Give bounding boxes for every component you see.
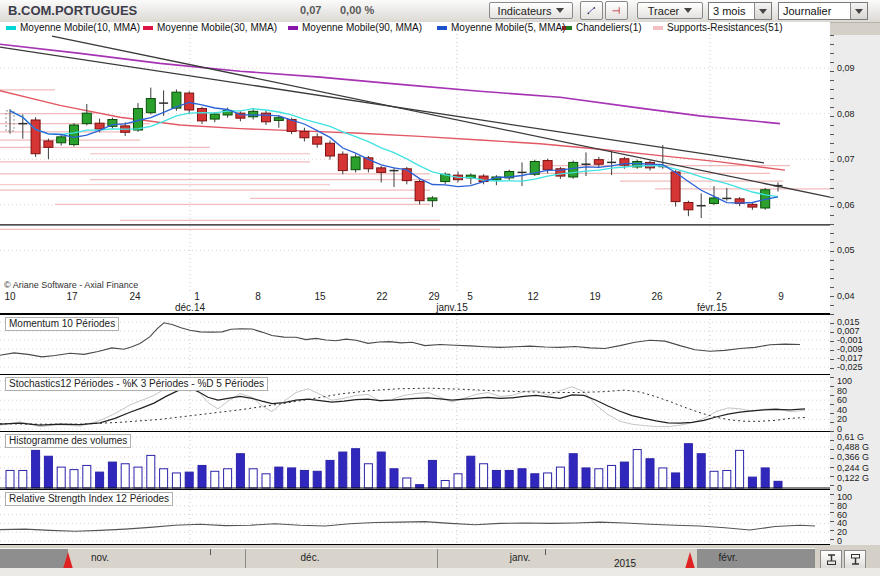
panel-down-icon <box>849 553 862 566</box>
axis-label: 0,244 G <box>837 463 869 473</box>
date-tick-label: 9 <box>778 291 784 302</box>
value-axis-column: 0,090,080,070,060,050,040,0150,007-0,001… <box>830 35 880 545</box>
rsi-panel-title: Relative Strength Index 12 Périodes <box>5 492 173 506</box>
axis-label: 0 <box>837 536 842 546</box>
legend-color-marker <box>437 26 447 30</box>
status-strip <box>0 568 880 576</box>
volume-panel-title: Histogramme des volumes <box>5 434 131 448</box>
legend-item[interactable]: Supports-Resistances(51) <box>653 22 783 33</box>
date-tick-label: 19 <box>589 291 600 302</box>
trendline-tool-button[interactable] <box>580 1 603 20</box>
toolbar: B.COM.PORTUGUES 0,07 0,00 % Indicateurs … <box>0 0 880 23</box>
legend-item-label: Moyenne Mobile(5, MMA) <box>451 22 565 33</box>
legend-item[interactable]: Chandeliers(1) <box>562 22 642 33</box>
legend-color-marker <box>288 26 298 30</box>
date-tick-label: 15 <box>314 291 325 302</box>
axis-label: 0,04 <box>837 291 855 301</box>
trendline-icon <box>587 3 596 18</box>
timeline-range-marker[interactable] <box>685 552 695 569</box>
legend-item[interactable]: Moyenne Mobile(5, MMA) <box>437 22 565 33</box>
timeline-month-label: févr. <box>719 552 738 563</box>
horizontal-line-icon <box>612 3 621 18</box>
date-tick-label: 5 <box>467 291 473 302</box>
timeline-scrollbar[interactable]: nov.déc.janv.févr.2015 <box>0 548 815 570</box>
panel-up-icon <box>825 553 838 566</box>
momentum-panel[interactable]: Momentum 10 Périodes <box>0 314 830 374</box>
price-change-percent: 0,00 % <box>340 4 374 16</box>
axis-label: 0,488 G <box>837 442 869 452</box>
period-select[interactable]: 3 mois <box>708 2 772 20</box>
indicators-button[interactable]: Indicateurs <box>489 2 573 19</box>
charting-application: B.COM.PORTUGUES 0,07 0,00 % Indicateurs … <box>0 0 880 576</box>
legend-item-label: Moyenne Mobile(30, MMA) <box>157 22 277 33</box>
date-tick-label: 12 <box>527 291 538 302</box>
date-tick-label: 1 <box>194 291 200 302</box>
date-tick-label: 8 <box>255 291 261 302</box>
indicators-button-label: Indicateurs <box>498 5 552 17</box>
add-panel-button[interactable] <box>820 550 842 569</box>
legend-color-marker <box>6 26 16 30</box>
date-tick-label: 26 <box>651 291 662 302</box>
momentum-panel-title: Momentum 10 Périodes <box>5 317 119 331</box>
legend-color-marker <box>143 26 153 30</box>
candlestick-canvas[interactable] <box>0 22 830 291</box>
timeline-month-label: janv. <box>510 552 530 563</box>
axis-label: 0,09 <box>837 63 855 73</box>
date-tick-label: 2 <box>716 291 722 302</box>
indicator-legend: Moyenne Mobile(10, MMA)Moyenne Mobile(30… <box>0 22 830 35</box>
axis-label: 0,08 <box>837 109 855 119</box>
chevron-down-icon <box>556 8 564 13</box>
period-dropdown-button[interactable] <box>754 3 771 19</box>
legend-item-label: Moyenne Mobile(10, MMA) <box>20 22 140 33</box>
date-tick-label: 10 <box>4 291 15 302</box>
legend-item-label: Chandeliers(1) <box>576 22 642 33</box>
axis-label: 0,366 G <box>837 452 869 462</box>
axis-label: 0,122 G <box>837 473 869 483</box>
month-tick-label: févr.15 <box>697 302 727 313</box>
momentum-canvas[interactable] <box>0 315 830 374</box>
legend-color-marker <box>653 26 663 30</box>
timeline-month-label: déc. <box>301 552 320 563</box>
chevron-down-icon <box>759 9 767 14</box>
frequency-dropdown-button[interactable] <box>850 3 867 19</box>
legend-item[interactable]: Moyenne Mobile(30, MMA) <box>143 22 277 33</box>
month-tick-label: janv.15 <box>436 302 468 313</box>
axis-label: -0,025 <box>837 362 863 372</box>
date-tick-label: 24 <box>129 291 140 302</box>
axis-label: 0,61 G <box>837 432 864 442</box>
remove-panel-button[interactable] <box>844 550 866 569</box>
axis-label: 20 <box>837 414 847 424</box>
legend-item[interactable]: Moyenne Mobile(10, MMA) <box>6 22 140 33</box>
date-tick-label: 29 <box>428 291 439 302</box>
axis-label: 100 <box>837 376 852 386</box>
copyright-label: © Ariane Software - Axial Finance <box>4 280 138 290</box>
month-tick-label: déc.14 <box>175 302 205 313</box>
draw-button[interactable]: Tracer <box>637 2 703 19</box>
timeline-divider <box>245 549 246 569</box>
stochastics-panel[interactable]: Stochastics12 Périodes - %K 3 Périodes -… <box>0 374 830 431</box>
legend-item-label: Moyenne Mobile(90, MMA) <box>302 22 422 33</box>
timeline-out-of-range[interactable] <box>697 549 815 569</box>
timeline-out-of-range[interactable] <box>0 549 68 569</box>
frequency-select[interactable]: Journalier <box>778 2 868 20</box>
legend-item[interactable]: Moyenne Mobile(90, MMA) <box>288 22 422 33</box>
chevron-down-icon <box>684 8 692 13</box>
timeline-range-marker[interactable] <box>63 552 73 569</box>
date-tick-label: 17 <box>66 291 77 302</box>
axis-label: 0,07 <box>837 154 855 164</box>
horizontal-line-tool-button[interactable] <box>605 1 628 20</box>
frequency-value: Journalier <box>779 5 850 17</box>
legend-color-marker <box>562 26 572 30</box>
rsi-panel[interactable]: Relative Strength Index 12 Périodes <box>0 489 830 545</box>
axis-label: 60 <box>837 395 847 405</box>
stochastics-panel-title: Stochastics12 Périodes - %K 3 Périodes -… <box>5 377 268 391</box>
date-tick-label: 22 <box>376 291 387 302</box>
period-value: 3 mois <box>709 5 754 17</box>
chevron-down-icon <box>855 9 863 14</box>
legend-item-label: Supports-Resistances(51) <box>667 22 783 33</box>
last-price: 0,07 <box>300 4 321 16</box>
timeline-month-label: nov. <box>91 552 109 563</box>
volume-panel[interactable]: Histogramme des volumes <box>0 431 830 489</box>
timeline-tick <box>210 549 211 555</box>
main-price-chart[interactable]: © Ariane Software - Axial Finance 101724… <box>0 22 830 314</box>
